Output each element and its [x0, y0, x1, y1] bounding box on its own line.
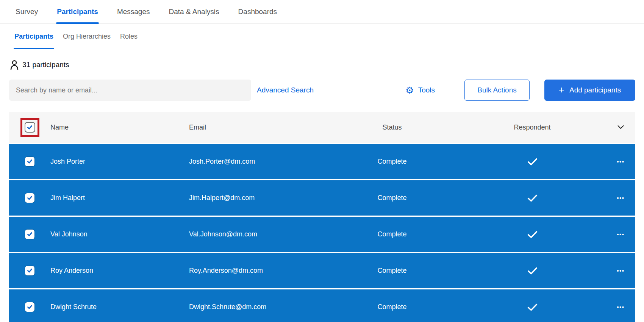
checkbox-check-icon: [27, 305, 33, 309]
row-more-options-button[interactable]: •••: [606, 195, 635, 201]
participant-name: Val Johnson: [50, 230, 189, 238]
participant-name: Dwight Schrute: [50, 303, 189, 311]
gear-icon: ⚙: [405, 86, 414, 95]
participant-status: Complete: [326, 194, 458, 202]
participant-status: Complete: [326, 303, 458, 311]
participant-email: Jim.Halpert@dm.com: [189, 194, 326, 202]
table-header-row: Name Email Status Respondent: [9, 112, 635, 143]
subtab-participants[interactable]: Participants: [14, 24, 53, 49]
column-header-email[interactable]: Email: [189, 123, 326, 131]
row-checkbox[interactable]: [25, 230, 34, 239]
subtab-org-hierarchies[interactable]: Org Hierarchies: [63, 24, 111, 49]
tab-messages[interactable]: Messages: [117, 0, 150, 23]
checkbox-check-icon: [27, 125, 33, 130]
select-all-cell: [9, 118, 50, 137]
chevron-down-icon: [617, 125, 624, 129]
row-more-options-button[interactable]: •••: [606, 304, 635, 310]
subtab-roles[interactable]: Roles: [120, 24, 138, 49]
person-icon: [10, 60, 19, 70]
tools-button[interactable]: ⚙ Tools: [405, 86, 435, 95]
tab-survey[interactable]: Survey: [16, 0, 38, 23]
add-participants-label: Add participants: [569, 86, 621, 94]
checkbox-check-icon: [27, 268, 33, 273]
participant-name: Roy Anderson: [50, 267, 189, 275]
tab-participants[interactable]: Participants: [57, 0, 98, 23]
row-checkbox[interactable]: [25, 302, 34, 312]
row-more-options-button[interactable]: •••: [606, 158, 635, 165]
row-checkbox[interactable]: [25, 266, 34, 275]
search-input[interactable]: [9, 80, 251, 101]
table-row[interactable]: Josh Porter Josh.Porter@dm.com Complete …: [9, 144, 635, 179]
column-header-status[interactable]: Status: [326, 123, 458, 131]
participant-status: Complete: [326, 267, 458, 275]
participant-email: Josh.Porter@dm.com: [189, 158, 326, 166]
row-checkbox[interactable]: [25, 193, 34, 203]
respondent-checkmark-icon: [527, 267, 538, 275]
sub-nav: Participants Org Hierarchies Roles: [0, 24, 644, 49]
table-row[interactable]: Dwight Schrute Dwight.Schrute@dm.com Com…: [9, 289, 635, 322]
participant-email: Val.Johnson@dm.com: [189, 230, 326, 238]
toolbar: Advanced Search ⚙ Tools Bulk Actions + A…: [9, 80, 635, 101]
row-more-options-button[interactable]: •••: [606, 231, 635, 238]
participants-table: Name Email Status Respondent Josh Porter…: [9, 112, 635, 322]
participant-name: Jim Halpert: [50, 194, 189, 202]
column-header-respondent[interactable]: Respondent: [458, 123, 606, 131]
participant-name: Josh Porter: [50, 158, 189, 166]
tools-label: Tools: [418, 86, 435, 94]
participants-count-label: 31 participants: [22, 61, 69, 69]
participant-email: Roy.Anderson@dm.com: [189, 267, 326, 275]
participant-email: Dwight.Schrute@dm.com: [189, 303, 326, 311]
table-row[interactable]: Roy Anderson Roy.Anderson@dm.com Complet…: [9, 253, 635, 288]
select-all-checkbox[interactable]: [25, 122, 35, 133]
add-participants-button[interactable]: + Add participants: [544, 80, 635, 101]
checkbox-check-icon: [27, 159, 33, 164]
participants-page: Survey Participants Messages Data & Anal…: [0, 0, 644, 322]
plus-icon: +: [559, 85, 564, 95]
participant-status: Complete: [326, 158, 458, 166]
annotation-highlight-box: [20, 118, 39, 137]
table-row[interactable]: Val Johnson Val.Johnson@dm.com Complete …: [9, 217, 635, 252]
tab-data-analysis[interactable]: Data & Analysis: [169, 0, 219, 23]
respondent-checkmark-icon: [527, 303, 538, 311]
respondent-checkmark-icon: [527, 158, 538, 166]
respondent-checkmark-icon: [527, 231, 538, 238]
respondent-checkmark-icon: [527, 194, 538, 202]
top-nav: Survey Participants Messages Data & Anal…: [0, 0, 644, 24]
checkbox-check-icon: [27, 232, 33, 237]
row-more-options-button[interactable]: •••: [606, 267, 635, 274]
row-checkbox[interactable]: [25, 157, 34, 166]
advanced-search-link[interactable]: Advanced Search: [257, 86, 314, 94]
tab-dashboards[interactable]: Dashboards: [238, 0, 277, 23]
checkbox-check-icon: [27, 195, 33, 200]
column-header-name[interactable]: Name: [50, 123, 189, 131]
participant-status: Complete: [326, 230, 458, 238]
table-row[interactable]: Jim Halpert Jim.Halpert@dm.com Complete …: [9, 180, 635, 216]
participants-count-row: 31 participants: [10, 59, 644, 70]
bulk-actions-button[interactable]: Bulk Actions: [464, 80, 530, 101]
column-options-cell[interactable]: [606, 125, 635, 129]
